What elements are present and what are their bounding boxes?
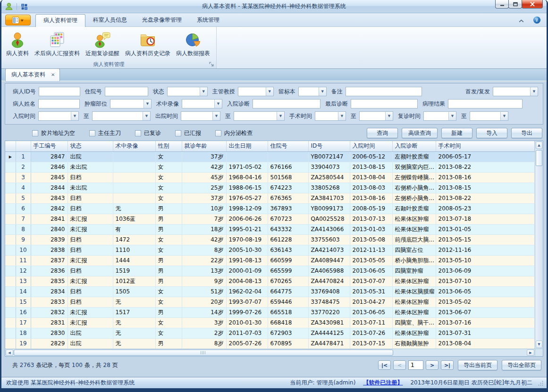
table-row[interactable]: 132835未汇报1012蓝男9岁2004-08-13670265ZA44708… xyxy=(5,276,535,286)
prev-page-button[interactable]: < xyxy=(393,360,406,370)
table-row[interactable]: 32845归档女45岁1968-04-16501568ZA25805442013… xyxy=(5,172,535,183)
column-header[interactable]: 住院号 xyxy=(268,141,308,151)
filter-select[interactable]: ▼ xyxy=(298,87,327,96)
scroll-right-button[interactable]: ▶ xyxy=(527,350,534,356)
ribbon-button-1[interactable]: 术后病人汇报资料 xyxy=(32,30,83,59)
filter-input[interactable] xyxy=(448,99,523,108)
help-button[interactable]: i xyxy=(533,16,541,24)
filter-select[interactable]: ▼ xyxy=(167,87,208,96)
registration-status-link[interactable]: 【软件已注册】 xyxy=(363,379,403,387)
table-row[interactable]: 182830出院无女2岁2011-07-03672903ZA4444125201… xyxy=(5,328,535,338)
scroll-down-button[interactable]: ▼ xyxy=(536,341,542,348)
filter-select[interactable]: ▼ xyxy=(92,111,151,121)
export-button[interactable]: 导出 xyxy=(511,128,542,138)
filter-select[interactable]: ▼ xyxy=(359,111,393,121)
table-row[interactable]: 162832未汇报1517男14岁1999-07-266655183377022… xyxy=(5,307,535,317)
filter-select[interactable]: ▼ xyxy=(238,87,274,96)
table-row[interactable]: 52843归档女37岁1976-05-27676365ZA38417032013… xyxy=(5,193,535,203)
ribbon-tab-2[interactable]: 光盘录像带管理 xyxy=(135,14,189,26)
table-row[interactable]: 22846未出院女42岁1971-05-02676166339040732013… xyxy=(5,162,535,172)
grid-layout-icon[interactable] xyxy=(20,2,29,11)
ribbon-tab-1[interactable]: 科室人员信息 xyxy=(85,14,135,26)
filter-checkbox[interactable] xyxy=(32,130,38,136)
resize-grip[interactable] xyxy=(537,380,544,386)
table-row[interactable]: 92839归档1472女42岁1970-08-19661228337556032… xyxy=(5,234,535,245)
column-header[interactable] xyxy=(5,141,16,151)
table-row[interactable]: 122836归档1519男13岁2000-01-09665599ZA406598… xyxy=(5,266,535,276)
table-cell: 2831 xyxy=(31,317,67,328)
table-row[interactable]: 62842归档无男10岁1998-12-09367893YB0099173200… xyxy=(5,203,535,214)
column-header[interactable]: 性别 xyxy=(155,141,182,151)
advanced-search-button[interactable]: 高级查询 xyxy=(402,128,438,138)
filter-select[interactable]: ▼ xyxy=(181,111,220,121)
vertical-scrollbar[interactable]: ▲ ▼ xyxy=(535,141,543,349)
table-row[interactable]: 172831未汇报无女3岁2010-01-30668418ZA343098120… xyxy=(5,317,535,328)
horizontal-scrollbar[interactable]: ◀ ▶ xyxy=(5,349,535,356)
page-number-input[interactable] xyxy=(408,360,423,370)
table-row[interactable]: 82840未汇报有男18岁1995-01-21643332ZA414306620… xyxy=(5,224,535,234)
export-current-page-button[interactable]: 导出当前页 xyxy=(458,360,497,370)
filter-input[interactable] xyxy=(351,99,418,108)
filter-checkbox[interactable] xyxy=(89,130,95,136)
table-row[interactable]: 42844未出院女25岁1988-06-15674223338052682013… xyxy=(5,183,535,193)
column-header[interactable]: 手术时间 xyxy=(436,141,535,151)
column-header[interactable]: 出生日期 xyxy=(226,141,268,151)
filter-select[interactable]: ▼ xyxy=(315,111,346,121)
table-row[interactable]: 152833归档无女20岁1993-07-0765944633748475201… xyxy=(5,297,535,307)
filter-select[interactable]: ▼ xyxy=(110,99,152,108)
column-header[interactable]: 手工编号 xyxy=(31,141,67,151)
filter-select[interactable]: ▼ xyxy=(182,99,222,108)
ribbon-button-4[interactable]: 病人数据报表 xyxy=(173,30,213,59)
filter-select[interactable]: ▼ xyxy=(493,87,538,96)
vertical-scroll-thumb[interactable] xyxy=(536,150,542,166)
filter-input[interactable] xyxy=(253,99,320,108)
ribbon-tab-3[interactable]: 系统管理 xyxy=(189,14,227,26)
filter-select[interactable]: ▼ xyxy=(38,111,79,121)
ribbon-button-0[interactable]: 病人资料 xyxy=(3,30,32,59)
collapse-ribbon-button[interactable] xyxy=(518,18,524,22)
search-button[interactable]: 查询 xyxy=(367,128,398,138)
maximize-button[interactable] xyxy=(508,0,522,8)
filter-select[interactable]: ▼ xyxy=(470,111,508,121)
scroll-left-button[interactable]: ◀ xyxy=(6,350,13,356)
filter-input[interactable] xyxy=(39,87,80,96)
table-row[interactable]: 102838归档1110女8岁2005-10-30636143ZA4214073… xyxy=(5,245,535,255)
close-button[interactable] xyxy=(522,0,543,8)
filter-select[interactable]: ▼ xyxy=(423,111,456,121)
horizontal-scroll-thumb[interactable] xyxy=(14,350,393,356)
tab-close-icon[interactable]: ✕ xyxy=(51,73,55,77)
column-header[interactable] xyxy=(16,141,31,151)
ribbon-button-2[interactable]: 近期复诊提醒 xyxy=(83,30,122,59)
scroll-up-button[interactable]: ▲ xyxy=(536,142,542,149)
ribbon-button-3[interactable]: 病人资料历史记录 xyxy=(122,30,173,59)
export-all-pages-button[interactable]: 导出全部页 xyxy=(502,360,541,370)
table-row[interactable]: 192829出院无男8岁2005-07-26670895ZA4478471201… xyxy=(5,338,535,349)
column-header[interactable]: 状态 xyxy=(67,141,113,151)
table-row[interactable]: 72841未汇报1036蓝男7岁2006-06-26670723QA002552… xyxy=(5,214,535,224)
import-button[interactable]: 导入 xyxy=(476,128,507,138)
next-page-button[interactable]: > xyxy=(426,360,438,370)
column-header[interactable]: 术中录像 xyxy=(113,141,155,151)
new-button[interactable]: 新建 xyxy=(441,128,472,138)
column-header[interactable]: 入院时间 xyxy=(350,141,392,151)
ribbon-tab-0[interactable]: 病人资料管理 xyxy=(35,14,85,27)
filter-checkbox[interactable] xyxy=(215,130,221,136)
document-tab[interactable]: 病人基本资料 ✕ xyxy=(5,68,60,81)
dialog-launcher-button[interactable] xyxy=(209,61,215,67)
filter-input[interactable] xyxy=(105,87,148,96)
filter-checkbox[interactable] xyxy=(135,130,141,136)
table-row[interactable]: 142834归档1505女51岁1962-02-0466477533769408… xyxy=(5,286,535,297)
table-row[interactable]: ▶12847出院女37岁YB00721472006-05-12左额叶胶质瘤200… xyxy=(5,151,535,162)
filter-input[interactable] xyxy=(38,99,80,108)
app-menu-button[interactable] xyxy=(5,15,31,25)
column-header[interactable]: 入院诊断 xyxy=(392,141,436,151)
first-page-button[interactable]: |< xyxy=(378,360,391,370)
last-page-button[interactable]: >| xyxy=(441,360,454,370)
filter-checkbox[interactable] xyxy=(175,130,181,136)
table-row[interactable]: 112837未汇报1444男22岁1991-08-13660599ZA40894… xyxy=(5,255,535,266)
filter-input[interactable] xyxy=(346,87,422,96)
column-header[interactable]: 就诊年龄 xyxy=(182,141,226,151)
minimize-button[interactable] xyxy=(495,0,509,8)
filter-select[interactable]: ▼ xyxy=(234,111,285,121)
column-header[interactable]: ID号 xyxy=(308,141,350,151)
